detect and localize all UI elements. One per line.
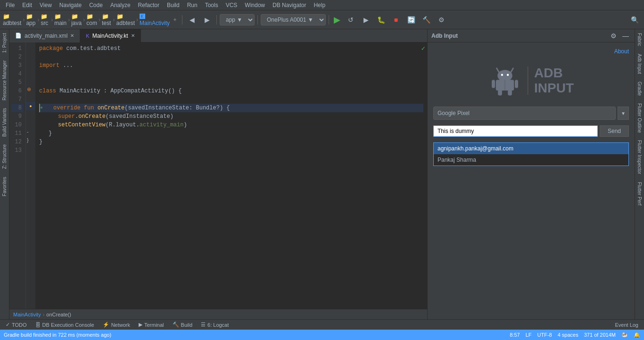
about-button[interactable]: About: [614, 48, 629, 55]
menu-item-window[interactable]: Window: [241, 1, 269, 9]
code-line-2: [39, 53, 423, 61]
status-time: 8:57: [510, 332, 520, 338]
debug-button[interactable]: 🐛: [374, 13, 388, 26]
right-edge-fabric[interactable]: Fabric: [636, 29, 643, 50]
adb-settings-button[interactable]: ⚙: [609, 32, 619, 40]
run-button[interactable]: ▶: [332, 15, 342, 25]
menu-item-file[interactable]: File: [2, 1, 18, 9]
close-tab-kt[interactable]: ✕: [131, 33, 135, 38]
adb-minimize-button[interactable]: —: [620, 32, 631, 40]
code-line-8: ●override fun onCreate(savedInstanceStat…: [39, 104, 423, 112]
status-indent[interactable]: 4 spaces: [558, 332, 578, 338]
status-charset[interactable]: UTF-8: [537, 332, 552, 338]
tab-mainactivity-kt[interactable]: K MainActivity.kt ✕: [80, 29, 140, 42]
menu-item-dbnavigator[interactable]: DB Navigator: [269, 1, 310, 9]
bottom-tab-todo[interactable]: ✓ TODO: [2, 321, 31, 329]
bottom-tabs-bar: ✓ TODO 🗄 DB Execution Console ⚡ Network …: [0, 319, 644, 330]
menu-item-view[interactable]: View: [36, 1, 56, 9]
tab-activity-main-xml[interactable]: 📄 activity_main.xml ✕: [9, 29, 80, 42]
forward-button[interactable]: ▶: [200, 13, 214, 26]
code-line-5: [39, 78, 423, 87]
bottom-tab-terminal[interactable]: ▶ Terminal: [135, 321, 168, 329]
breadcrumb-adbtest2[interactable]: 📁 adbtest: [116, 13, 135, 26]
code-line-10: setContentView(R.layout.activity_main): [39, 121, 423, 129]
breadcrumb-com[interactable]: 📁 com: [86, 13, 97, 26]
breadcrumb-test[interactable]: 📁 test: [102, 13, 112, 26]
status-encoding[interactable]: LF: [526, 332, 532, 338]
stop-button[interactable]: ■: [389, 13, 403, 26]
breadcrumb-java[interactable]: 📁 java: [71, 13, 82, 26]
code-line-13: [39, 146, 423, 155]
svg-point-3: [501, 74, 503, 76]
sync-button[interactable]: ↺: [344, 13, 357, 26]
device-selector[interactable]: OnePlus A0001 ▼: [261, 14, 326, 25]
coverage-button[interactable]: ▶: [359, 13, 372, 26]
menu-item-vcs[interactable]: VCS: [222, 1, 241, 9]
right-edge-adb-input[interactable]: Adb Input: [636, 50, 643, 78]
sidebar-item-structure[interactable]: Z: Structure: [1, 141, 8, 173]
breadcrumb-app[interactable]: 📁 app: [26, 13, 36, 26]
build-tab-icon: 🔨: [173, 322, 179, 328]
right-edge-flutter-inspector[interactable]: Flutter Inspector: [636, 136, 643, 178]
adb-input-panel: Adb Input ⚙ — About: [427, 29, 635, 319]
settings-button[interactable]: ⚙: [435, 13, 448, 26]
sidebar-item-favorites[interactable]: Favorites: [1, 173, 8, 200]
menu-item-refactor[interactable]: Refactor: [134, 1, 163, 9]
breadcrumb-adbtest[interactable]: 📁 adbtest: [3, 13, 21, 26]
sidebar-item-build-variants[interactable]: Build Variants: [1, 104, 8, 141]
todo-icon: ✓: [6, 322, 10, 328]
adb-text-input[interactable]: [433, 125, 598, 137]
menu-item-help[interactable]: Help: [310, 1, 329, 9]
code-content[interactable]: ✓ package com.test.adbtest import ... cl…: [35, 42, 427, 309]
send-button[interactable]: Send: [600, 125, 629, 137]
breadcrumb-main[interactable]: 📁 main: [54, 13, 66, 26]
suggestions-list: agnipankh.pankaj@gmail.com Pankaj Sharma: [433, 142, 629, 166]
back-button[interactable]: ◀: [185, 13, 198, 26]
svg-point-2: [497, 70, 512, 82]
build-button[interactable]: 🔨: [420, 13, 433, 26]
terminal-icon: ▶: [139, 322, 142, 328]
sidebar-item-project[interactable]: 1: Project: [1, 29, 8, 57]
breadcrumb-oncreate[interactable]: onCreate(): [46, 312, 71, 317]
menu-item-run[interactable]: Run: [183, 1, 201, 9]
suggestion-item-0[interactable]: agnipankh.pankaj@gmail.com: [434, 143, 628, 154]
breadcrumb-src[interactable]: 📁 src: [41, 13, 50, 26]
device-dropdown-row: Google Pixel OnePlus A0001 Emulator ▼: [433, 107, 629, 120]
bottom-tab-logcat[interactable]: ☰ 6: Logcat: [197, 321, 232, 329]
editor-breadcrumb: MainActivity › onCreate(): [9, 309, 427, 319]
device-dropdown[interactable]: Google Pixel OnePlus A0001 Emulator: [433, 107, 616, 120]
breadcrumb-mainactivity[interactable]: 🅺 MainActivity: [140, 13, 170, 26]
bottom-tab-db-console[interactable]: 🗄 DB Execution Console: [32, 321, 98, 329]
tabs-bar: 📄 activity_main.xml ✕ K MainActivity.kt …: [9, 29, 427, 42]
bottom-tab-network[interactable]: ⚡ Network: [99, 321, 134, 329]
adb-content: About: [428, 42, 635, 319]
menu-item-analyze[interactable]: Analyze: [107, 1, 134, 9]
menu-item-build[interactable]: Build: [163, 1, 183, 9]
app-selector[interactable]: app ▼: [220, 14, 255, 25]
bottom-tab-build[interactable]: 🔨 Build: [169, 321, 196, 329]
menu-item-edit[interactable]: Edit: [18, 1, 36, 9]
sidebar-item-resource-manager[interactable]: Resource Manager: [1, 57, 8, 104]
android-robot-icon: [488, 64, 521, 97]
status-position: 371 of 2014M: [584, 332, 616, 338]
dropdown-arrow-icon[interactable]: ▼: [618, 107, 629, 120]
menu-item-tools[interactable]: Tools: [201, 1, 222, 9]
right-edge-flutter-outline[interactable]: Flutter Outline: [636, 100, 643, 137]
right-edge-gradle[interactable]: Gradle: [636, 78, 643, 100]
suggestion-item-1[interactable]: Pankaj Sharma: [434, 154, 628, 166]
search-everywhere-button[interactable]: 🔍: [628, 13, 641, 26]
menu-item-code[interactable]: Code: [85, 1, 107, 9]
breadcrumb-mainactivity-bottom[interactable]: MainActivity: [13, 312, 41, 317]
menu-bar: File Edit View Navigate Code Analyze Ref…: [0, 0, 644, 10]
close-tab-xml[interactable]: ✕: [70, 33, 74, 38]
bottom-tab-event-log[interactable]: Event Log: [611, 321, 642, 329]
status-message: Gradle build finished in 722 ms (moments…: [4, 332, 506, 338]
breadcrumb: 📁 adbtest › 📁 app › 📁 src › 📁 main › 📁 j…: [3, 13, 179, 26]
gradle-sync-button[interactable]: 🔄: [405, 13, 418, 26]
syntax-ok-icon: ✓: [421, 44, 425, 53]
menu-item-navigate[interactable]: Navigate: [56, 1, 85, 9]
kt-file-icon: K: [86, 33, 89, 39]
status-right: 8:57 LF UTF-8 4 spaces 371 of 2014M 🐏 🔔: [510, 332, 640, 338]
code-line-12: }: [39, 138, 423, 146]
right-edge-flutter-perf[interactable]: Flutter Perf: [636, 178, 643, 209]
